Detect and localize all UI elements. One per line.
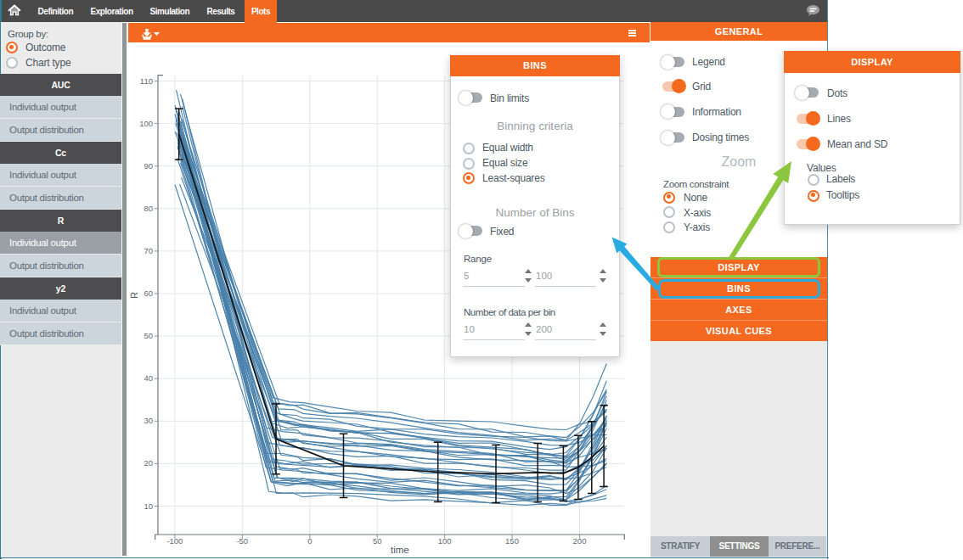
svg-text:0: 0 [307,536,312,546]
svg-text:150: 150 [505,536,519,546]
svg-text:100: 100 [139,119,153,128]
svg-text:30: 30 [144,416,153,425]
svg-text:-100: -100 [166,536,183,546]
svg-text:-50: -50 [236,536,248,546]
svg-text:110: 110 [140,76,153,86]
svg-text:50: 50 [144,331,153,340]
svg-text:time: time [391,545,409,555]
svg-text:R: R [129,292,139,299]
svg-text:100: 100 [438,536,452,546]
svg-text:80: 80 [144,204,153,213]
svg-text:40: 40 [144,373,153,383]
svg-text:90: 90 [144,161,153,171]
svg-text:10: 10 [144,501,153,511]
svg-text:200: 200 [573,536,587,546]
svg-text:60: 60 [144,288,153,298]
svg-text:20: 20 [144,458,153,468]
svg-text:50: 50 [373,536,382,546]
svg-text:70: 70 [144,246,153,255]
